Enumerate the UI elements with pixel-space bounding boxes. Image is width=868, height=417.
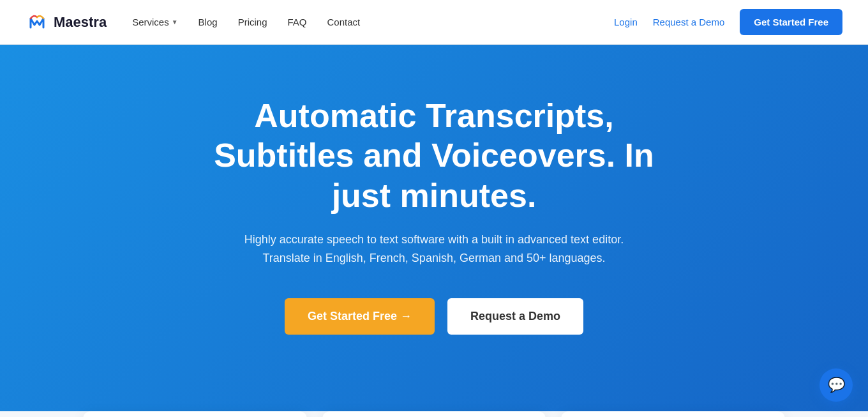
card-subtitle: 💬 Subtitle/Caption Generator Automatical… — [322, 411, 546, 417]
hero-subtitle: Highly accurate speech to text software … — [230, 231, 638, 268]
get-started-nav-button[interactable]: Get Started Free — [740, 9, 842, 35]
hero-title: Automatic Transcripts, Subtitles and Voi… — [185, 96, 683, 215]
chat-support-button[interactable]: 💬 — [819, 368, 853, 402]
cards-grid: 📄 Transcription Software Super fast auto… — [83, 411, 785, 417]
hero-request-demo-button[interactable]: Request a Demo — [447, 298, 583, 335]
navbar: Maestra Services ▼ Blog Pricing FAQ Cont… — [0, 0, 868, 45]
nav-links: Services ▼ Blog Pricing FAQ Contact — [132, 17, 614, 27]
nav-right: Login Request a Demo Get Started Free — [614, 9, 842, 35]
services-chevron-icon: ▼ — [172, 19, 178, 26]
chat-bubble-icon: 💬 — [828, 377, 845, 393]
nav-contact[interactable]: Contact — [327, 17, 361, 27]
hero-buttons: Get Started Free → Request a Demo — [26, 298, 842, 335]
logo-link[interactable]: Maestra — [26, 11, 107, 34]
nav-blog[interactable]: Blog — [198, 17, 218, 27]
hero-get-started-button[interactable]: Get Started Free → — [285, 298, 435, 335]
nav-pricing[interactable]: Pricing — [238, 17, 267, 27]
card-transcription: 📄 Transcription Software Super fast auto… — [83, 411, 307, 417]
card-voiceover: 🎥 Automatic Voiceover Voiceover and edit… — [561, 411, 785, 417]
logo-icon — [26, 11, 49, 34]
login-link[interactable]: Login — [614, 17, 638, 27]
nav-services[interactable]: Services ▼ — [132, 17, 177, 27]
hero-title-bold: Automatic — [254, 97, 416, 134]
request-demo-nav-link[interactable]: Request a Demo — [653, 17, 725, 27]
nav-faq[interactable]: FAQ — [287, 17, 306, 27]
cards-section: 📄 Transcription Software Super fast auto… — [0, 411, 868, 417]
hero-section: Automatic Transcripts, Subtitles and Voi… — [0, 45, 868, 417]
brand-name: Maestra — [54, 14, 107, 31]
